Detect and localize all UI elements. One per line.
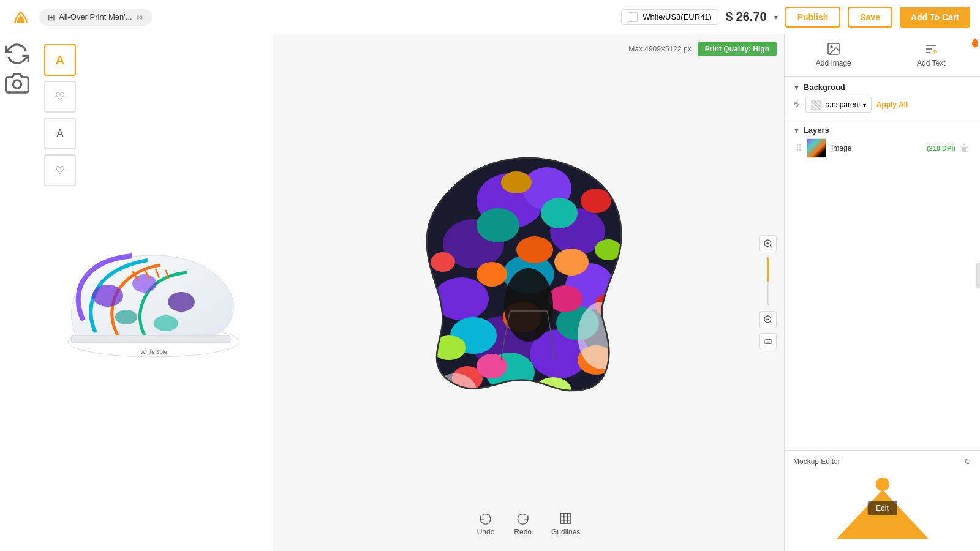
undo-button[interactable]: Undo — [477, 512, 495, 536]
mockup-person-head — [876, 478, 889, 491]
svg-point-0 — [13, 80, 21, 88]
zoom-in-button[interactable] — [760, 235, 777, 252]
mockup-edit-button[interactable]: Edit — [867, 501, 897, 515]
background-row: ✎ transparent ▾ Apply All — [793, 97, 971, 113]
background-section-header[interactable]: ▼ Backgroud — [793, 83, 971, 92]
layer-delete-button[interactable]: 🗑 — [960, 143, 969, 153]
sidebar-refresh-icon[interactable] — [5, 42, 29, 66]
zoom-controls — [760, 235, 777, 350]
mockup-editor-header: Mockup Editor ↻ — [793, 457, 971, 467]
svg-rect-53 — [560, 514, 571, 524]
print-quality-button[interactable]: Print Quality: High — [698, 42, 777, 56]
product-tab-close[interactable]: ⊗ — [136, 12, 143, 22]
svg-point-42 — [431, 252, 455, 272]
svg-text:White Sole: White Sole — [140, 349, 167, 355]
svg-point-26 — [477, 208, 519, 242]
svg-point-33 — [477, 262, 507, 287]
max-px-label: Max 4909×5122 px — [628, 45, 691, 53]
add-text-button[interactable]: Add Text — [883, 34, 981, 76]
bottom-tools: Undo Redo Gridlines — [477, 512, 581, 536]
sidebar-camera-icon[interactable] — [5, 71, 29, 96]
background-color-swatch — [811, 100, 821, 110]
apply-all-button[interactable]: Apply All — [876, 100, 908, 109]
layer-drag-handle-icon[interactable]: ⠿ — [796, 143, 802, 153]
zoom-out-button[interactable] — [760, 311, 777, 328]
right-tab-indicator[interactable] — [976, 263, 980, 288]
right-panel: Add Image Add Text ▼ Backgroud — [784, 34, 980, 551]
zoom-slider-thumb — [767, 257, 769, 282]
svg-point-45 — [548, 285, 582, 312]
add-text-badge — [968, 37, 978, 47]
design-canvas[interactable] — [314, 109, 743, 476]
keyboard-shortcut-button[interactable] — [760, 333, 777, 350]
layer-thumbnail — [807, 138, 826, 158]
background-section-label: Backgroud — [804, 83, 845, 92]
variant-label: White/US8(EUR41) — [643, 12, 712, 21]
variant-color-swatch — [628, 12, 638, 22]
layers-section: ▼ Layers ⠿ Image (218 DPI) 🗑 — [785, 119, 980, 450]
add-image-button[interactable]: Add Image — [785, 34, 883, 76]
side-tabs: A ♡ A ♡ — [44, 44, 76, 186]
side-tab-text-a[interactable]: A — [44, 44, 76, 76]
svg-point-46 — [477, 354, 507, 378]
canvas-area: FlipX FlipY Align Clone — [34, 34, 784, 551]
background-section: ▼ Backgroud ✎ transparent ▾ Apply All — [785, 77, 980, 119]
mockup-figure: Edit — [837, 478, 929, 539]
layers-section-label: Layers — [804, 126, 829, 135]
svg-point-37 — [501, 171, 532, 193]
product-tab-icon: ⊞ — [48, 12, 55, 22]
mockup-editor-label: Mockup Editor — [793, 457, 840, 466]
left-sidebar — [0, 34, 34, 551]
svg-point-27 — [541, 198, 578, 228]
svg-rect-52 — [764, 340, 772, 344]
background-chevron-icon: ▼ — [793, 84, 800, 91]
preview-image-area: A ♡ A ♡ — [34, 34, 273, 551]
side-tab-heart-2[interactable]: ♡ — [44, 154, 76, 186]
right-panel-actions: Add Image Add Text — [785, 34, 980, 77]
product-tab-name: All-Over Print Men'... — [59, 12, 132, 21]
main-area: FlipX FlipY Align Clone — [0, 34, 980, 551]
svg-point-55 — [831, 46, 832, 48]
design-shape-svg — [412, 152, 645, 433]
bg-dropdown-chevron-icon: ▾ — [863, 102, 866, 108]
side-tab-text-a2[interactable]: A — [44, 118, 76, 149]
save-button[interactable]: Save — [848, 7, 892, 28]
layer-name-label: Image — [831, 144, 922, 152]
top-navbar: ⊞ All-Over Print Men'... ⊗ White/US8(EUR… — [0, 0, 980, 34]
layers-chevron-icon: ▼ — [793, 127, 800, 134]
background-edit-icon[interactable]: ✎ — [793, 100, 801, 110]
mockup-preview: Edit — [793, 471, 971, 545]
svg-point-41 — [581, 189, 611, 213]
editor-canvas: Max 4909×5122 px Print Quality: High — [273, 34, 784, 551]
layer-dpi-badge: (218 DPI) — [927, 144, 956, 152]
svg-point-14 — [154, 315, 178, 331]
svg-point-48 — [434, 373, 477, 408]
side-tab-heart-1[interactable]: ♡ — [44, 81, 76, 113]
product-tab[interactable]: ⊞ All-Over Print Men'... ⊗ — [39, 9, 152, 26]
zoom-slider-track — [767, 257, 769, 306]
publish-button[interactable]: Publish — [785, 7, 841, 28]
redo-button[interactable]: Redo — [514, 512, 532, 536]
brand-logo — [10, 6, 32, 28]
add-to-cart-button[interactable]: Add To Cart — [900, 7, 970, 28]
svg-point-12 — [168, 292, 195, 312]
layers-section-header[interactable]: ▼ Layers — [793, 126, 971, 135]
svg-point-34 — [554, 249, 589, 276]
svg-point-10 — [92, 285, 123, 307]
price-chevron-icon[interactable]: ▾ — [774, 13, 778, 21]
mockup-refresh-icon[interactable]: ↻ — [964, 457, 971, 467]
preview-panel: A ♡ A ♡ — [34, 34, 273, 551]
variant-selector[interactable]: White/US8(EUR41) — [621, 9, 718, 25]
svg-rect-15 — [71, 335, 230, 343]
product-price: $ 26.70 — [726, 10, 767, 24]
svg-point-13 — [115, 310, 137, 324]
shoe-preview-image: White Sole — [59, 222, 249, 363]
mockup-editor-section: Mockup Editor ↻ Edit — [785, 450, 980, 551]
background-color-picker[interactable]: transparent ▾ — [805, 97, 872, 113]
svg-point-49 — [504, 268, 553, 342]
gridlines-button[interactable]: Gridlines — [551, 512, 580, 536]
layer-item: ⠿ Image (218 DPI) 🗑 — [793, 135, 971, 162]
svg-point-32 — [516, 236, 553, 263]
canvas-top-info: Max 4909×5122 px Print Quality: High — [628, 42, 777, 56]
